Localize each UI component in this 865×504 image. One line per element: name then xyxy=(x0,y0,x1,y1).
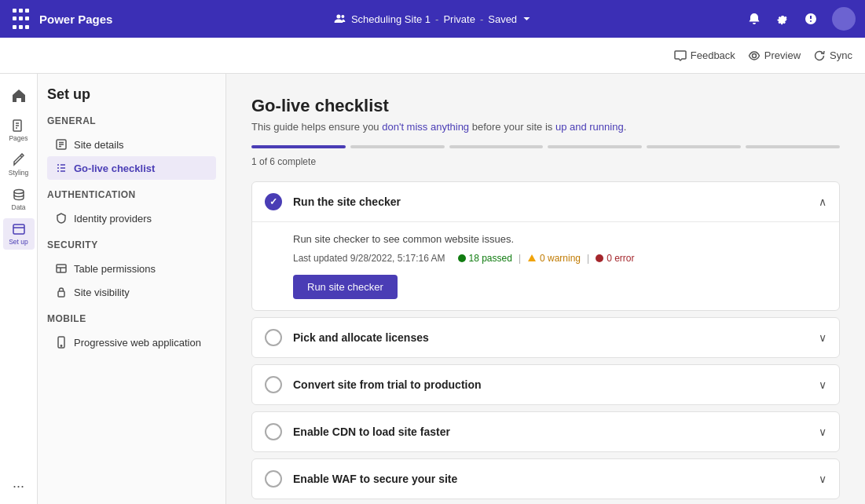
checklist-item-title-licenses: Pick and allocate licenses xyxy=(293,331,808,344)
site-people-icon xyxy=(334,13,346,25)
svg-rect-8 xyxy=(13,225,24,234)
checklist-item-site-checker-body: Run site checker to see common website i… xyxy=(252,222,839,310)
sidebar-item-home[interactable] xyxy=(3,80,35,111)
subtitle-end: . xyxy=(624,121,627,133)
checklist-item-cdn-header[interactable]: Enable CDN to load site faster ∨ xyxy=(252,412,839,451)
site-separator1: - xyxy=(435,13,438,25)
checklist-item-site-checker-header[interactable]: Run the site checker ∧ xyxy=(252,182,839,222)
site-name: Scheduling Site 1 xyxy=(351,13,431,25)
page-subtitle: This guide helps ensure you don't miss a… xyxy=(251,121,840,133)
preview-button[interactable]: Preview xyxy=(748,49,801,62)
sync-icon xyxy=(813,49,826,62)
top-nav-center: Scheduling Site 1 - Private - Saved xyxy=(334,13,531,25)
meta-divider3: | xyxy=(587,253,589,264)
checklist-circle-licenses xyxy=(265,329,282,346)
pages-icon xyxy=(12,119,26,133)
grid-menu-icon[interactable] xyxy=(9,8,31,30)
preview-icon xyxy=(748,49,761,62)
checklist-item-cdn: Enable CDN to load site faster ∨ xyxy=(251,411,840,452)
progress-segment-6 xyxy=(746,145,840,148)
meta-date: Last updated 9/28/2022, 5:17:16 AM xyxy=(293,253,445,264)
sync-label: Sync xyxy=(830,49,852,61)
sidebar-title: Set up xyxy=(47,86,216,103)
mobile-icon xyxy=(55,336,68,349)
settings-icon[interactable] xyxy=(775,12,790,26)
styling-icon xyxy=(12,153,26,167)
page-title: Go-live checklist xyxy=(251,96,840,116)
passed-dot xyxy=(458,254,466,262)
checklist-item-site-checker: Run the site checker ∧ Run site checker … xyxy=(251,181,840,311)
checklist-item-waf: Enable WAF to secure your site ∨ xyxy=(251,458,840,499)
site-visibility: Private xyxy=(443,13,475,25)
chevron-down-cdn-icon: ∨ xyxy=(819,425,827,438)
error-dot xyxy=(596,254,603,262)
toolbar-actions: Feedback Preview Sync xyxy=(674,49,852,62)
data-label: Data xyxy=(12,203,26,211)
svg-point-7 xyxy=(14,190,24,194)
sidebar-item-table-permissions[interactable]: Table permissions xyxy=(47,257,216,280)
warning-triangle-icon xyxy=(527,254,537,263)
sidebar-item-pwa[interactable]: Progressive web application xyxy=(47,331,216,354)
warning-count: 0 warning xyxy=(540,253,581,264)
chevron-down-waf-icon: ∨ xyxy=(819,473,827,485)
progress-segment-3 xyxy=(449,145,544,148)
checklist-item-title-waf: Enable WAF to secure your site xyxy=(293,473,808,485)
feedback-icon xyxy=(674,49,687,62)
subtitle-link2[interactable]: up and running xyxy=(555,121,624,133)
feedback-button[interactable]: Feedback xyxy=(674,49,735,62)
progress-segment-4 xyxy=(548,145,642,148)
progress-bar xyxy=(251,145,840,148)
styling-label: Styling xyxy=(9,169,29,177)
user-avatar[interactable] xyxy=(832,7,856,31)
more-options-icon[interactable]: ··· xyxy=(13,478,24,495)
checklist-circle-done xyxy=(265,193,282,210)
top-nav-right xyxy=(747,7,856,31)
top-nav: Power Pages Scheduling Site 1 - Private … xyxy=(0,0,865,38)
passed-count: 18 passed xyxy=(469,253,512,264)
run-site-checker-button[interactable]: Run site checker xyxy=(293,275,398,299)
home-icon xyxy=(12,89,26,103)
sync-button[interactable]: Sync xyxy=(813,49,852,62)
subtitle-mid: before your site is xyxy=(469,121,555,133)
sidebar-item-site-visibility[interactable]: Site visibility xyxy=(47,280,216,304)
sidebar-section-general: General xyxy=(47,115,216,126)
sidebar-item-styling[interactable]: Styling xyxy=(3,149,35,181)
checklist-item-licenses: Pick and allocate licenses ∨ xyxy=(251,317,840,358)
svg-rect-23 xyxy=(58,291,64,297)
site-status: Saved xyxy=(488,13,517,25)
chevron-down-icon[interactable] xyxy=(522,14,531,24)
chevron-up-icon: ∧ xyxy=(819,195,827,208)
site-checker-meta: Last updated 9/28/2022, 5:17:16 AM 18 pa… xyxy=(293,253,827,264)
chevron-down-convert-icon: ∨ xyxy=(819,378,827,391)
sidebar-item-setup[interactable]: Set up xyxy=(3,218,35,250)
site-visibility-label: Site visibility xyxy=(74,287,130,298)
checklist-item-convert-header[interactable]: Convert site from trial to production ∨ xyxy=(252,365,839,404)
svg-rect-20 xyxy=(57,265,66,272)
checklist-icon xyxy=(55,162,68,174)
svg-marker-26 xyxy=(528,254,536,261)
progress-label: 1 of 6 complete xyxy=(251,156,840,167)
shield-icon xyxy=(55,212,68,225)
sidebar-item-pages[interactable]: Pages xyxy=(3,115,35,146)
checklist-item-licenses-header[interactable]: Pick and allocate licenses ∨ xyxy=(252,318,839,357)
checklist-item-waf-header[interactable]: Enable WAF to secure your site ∨ xyxy=(252,459,839,499)
meta-divider2: | xyxy=(519,253,521,264)
meta-warning: 0 warning xyxy=(527,253,581,264)
sidebar-item-go-live[interactable]: Go-live checklist xyxy=(47,156,216,180)
setup-label: Set up xyxy=(9,238,28,246)
sidebar-item-site-details[interactable]: Site details xyxy=(47,133,216,156)
setup-icon xyxy=(12,222,26,236)
meta-error: 0 error xyxy=(596,253,634,264)
sidebar-item-identity-providers[interactable]: Identity providers xyxy=(47,206,216,230)
data-icon xyxy=(12,188,26,202)
sidebar-item-data[interactable]: Data xyxy=(3,184,35,215)
icon-bar: Pages Styling Data Set up ··· xyxy=(0,74,38,504)
help-icon[interactable] xyxy=(804,12,818,26)
site-details-label: Site details xyxy=(74,139,124,151)
sidebar-section-authentication: Authentication xyxy=(47,189,216,200)
go-live-label: Go-live checklist xyxy=(74,163,155,174)
main-layout: Pages Styling Data Set up ··· Set up Gen… xyxy=(0,74,865,504)
table-icon xyxy=(55,262,68,275)
subtitle-link1[interactable]: don't miss anything xyxy=(382,121,469,133)
notification-icon[interactable] xyxy=(747,12,761,26)
